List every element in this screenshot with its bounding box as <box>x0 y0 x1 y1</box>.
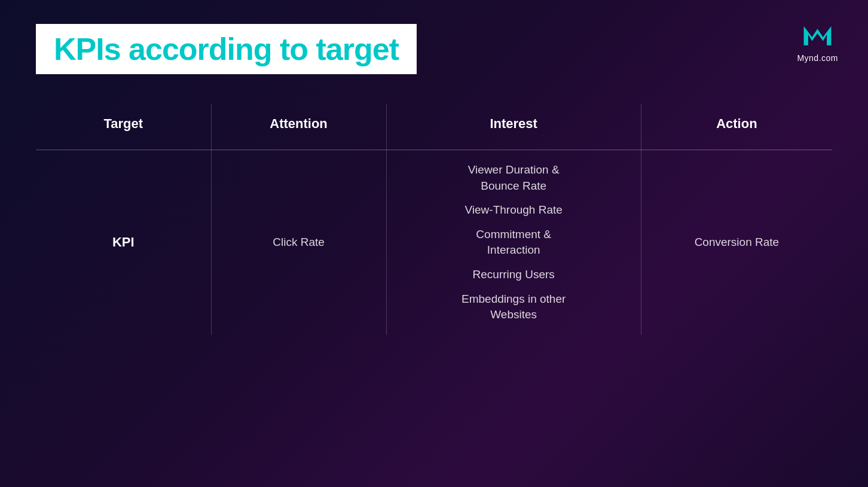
kpi-label: KPI <box>112 235 135 249</box>
cell-target-kpi: KPI <box>36 150 211 335</box>
cell-interest-items: Viewer Duration &Bounce Rate View-Throug… <box>386 150 641 335</box>
svg-marker-0 <box>804 26 832 45</box>
interest-item-view-through-rate: View-Through Rate <box>465 202 563 218</box>
cell-action-conversion-rate: Conversion Rate <box>641 150 832 335</box>
table-row: KPI Click Rate Viewer Duration &Bounce R… <box>36 150 832 335</box>
page-title: KPIs according to target <box>54 31 399 67</box>
kpi-table: Target Attention Interest Action KPI Cli… <box>36 104 832 335</box>
header-action: Action <box>641 104 832 150</box>
header-target: Target <box>36 104 211 150</box>
conversion-rate-text: Conversion Rate <box>695 236 780 248</box>
table-header-row: Target Attention Interest Action <box>36 104 832 150</box>
click-rate-text: Click Rate <box>273 236 325 248</box>
page-container: Mynd.com KPIs according to target Target… <box>0 0 868 487</box>
logo-text: Mynd.com <box>797 53 838 63</box>
cell-attention-click-rate: Click Rate <box>211 150 386 335</box>
interest-item-commitment: Commitment &Interaction <box>476 227 551 258</box>
header-attention: Attention <box>211 104 386 150</box>
interest-item-viewer-duration: Viewer Duration &Bounce Rate <box>468 162 560 194</box>
kpi-table-container: Target Attention Interest Action KPI Cli… <box>36 104 832 335</box>
interest-items-list: Viewer Duration &Bounce Rate View-Throug… <box>393 162 635 323</box>
title-box: KPIs according to target <box>36 24 417 74</box>
interest-item-embeddings: Embeddings in otherWebsites <box>461 291 566 323</box>
header-interest: Interest <box>386 104 641 150</box>
interest-item-recurring-users: Recurring Users <box>473 267 555 283</box>
logo-container: Mynd.com <box>797 18 838 63</box>
mynd-logo-icon <box>801 18 834 51</box>
